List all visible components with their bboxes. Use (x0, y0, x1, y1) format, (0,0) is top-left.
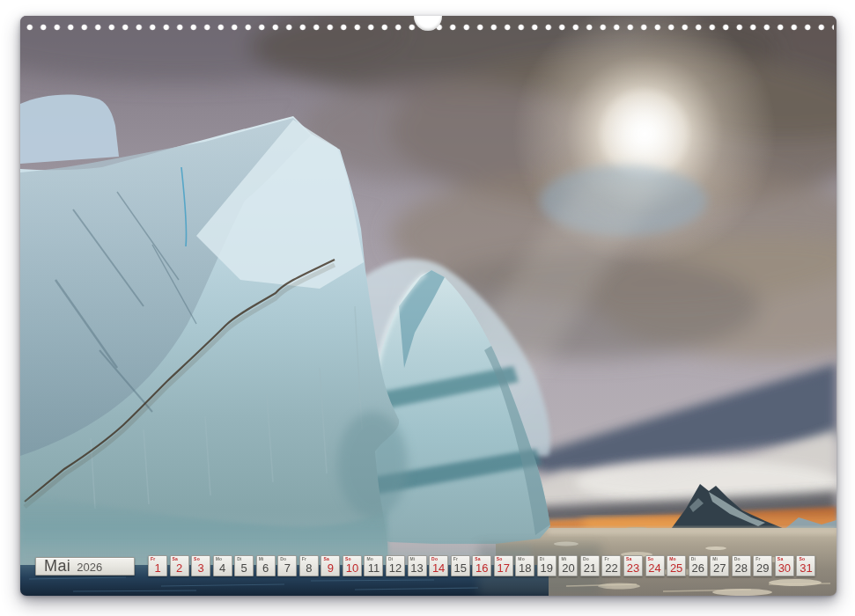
day-number: 28 (733, 562, 750, 575)
year-number: 2026 (77, 561, 102, 574)
day-number: 3 (192, 562, 210, 575)
day-cell: Di 19 (537, 555, 556, 576)
day-cell: Mo 4 (213, 555, 232, 576)
day-number: 20 (559, 562, 577, 575)
month-label-box: Mai 2026 (35, 557, 135, 576)
day-cell: Fr 29 (753, 555, 772, 576)
day-number: 16 (473, 562, 490, 575)
day-cell: Mo 25 (667, 555, 686, 576)
day-cell: Mi 6 (256, 555, 276, 576)
calendar-sheet: Mai 2026 Fr 1 Sa 2 So 3 Mo 4 Di 5 Mi 6 D… (20, 16, 837, 596)
day-cell: So 24 (645, 555, 665, 576)
day-number: 27 (711, 562, 728, 575)
day-cell: Mo 18 (515, 555, 534, 576)
day-cell: So 31 (796, 555, 815, 576)
day-number: 7 (278, 562, 296, 575)
day-cell: Fr 22 (601, 555, 621, 576)
day-cell: Do 21 (580, 555, 600, 576)
day-cell: Sa 23 (623, 555, 643, 576)
day-cell: Do 14 (429, 555, 448, 576)
day-cell: Di 5 (234, 555, 254, 576)
day-cell: Fr 15 (451, 555, 470, 576)
day-cell: So 3 (191, 555, 210, 576)
day-number: 29 (754, 562, 771, 575)
day-number: 11 (365, 562, 382, 575)
day-number: 18 (516, 562, 534, 575)
day-number: 14 (430, 562, 447, 575)
month-name: Mai (44, 558, 70, 575)
day-number: 23 (624, 562, 642, 575)
iceberg-photo (20, 16, 837, 596)
day-cell: Do 28 (732, 555, 751, 576)
day-cell: Sa 2 (170, 555, 189, 576)
day-cell: So 17 (494, 555, 513, 576)
day-cell: Di 26 (689, 555, 708, 576)
day-number: 2 (171, 562, 188, 575)
day-cell: Mi 27 (710, 555, 729, 576)
day-number: 6 (257, 562, 275, 575)
day-number: 24 (646, 562, 664, 575)
day-number: 30 (776, 562, 793, 575)
day-number: 5 (235, 562, 253, 575)
day-cell: Di 12 (386, 555, 405, 576)
day-number: 25 (667, 562, 685, 575)
day-cell: Fr 1 (148, 555, 167, 576)
day-number: 1 (149, 562, 166, 575)
day-number: 10 (343, 562, 361, 575)
day-cell: Mi 20 (558, 555, 578, 576)
day-number: 31 (797, 562, 814, 575)
day-cell: Sa 9 (321, 555, 340, 576)
calendar-strip: Mai 2026 Fr 1 Sa 2 So 3 Mo 4 Di 5 Mi 6 D… (20, 555, 837, 577)
day-cell: So 10 (343, 555, 362, 576)
day-cell: Do 7 (277, 555, 297, 576)
day-number: 21 (581, 562, 599, 575)
day-number: 26 (689, 562, 707, 575)
day-number: 15 (452, 562, 469, 575)
page-background: Mai 2026 Fr 1 Sa 2 So 3 Mo 4 Di 5 Mi 6 D… (0, 0, 855, 616)
day-number: 22 (602, 562, 620, 575)
day-cell: Mo 11 (364, 555, 383, 576)
day-number: 12 (387, 562, 404, 575)
day-number: 13 (409, 562, 426, 575)
day-cell: Sa 16 (472, 555, 491, 576)
day-cell: Sa 30 (775, 555, 794, 576)
day-cells: Fr 1 Sa 2 So 3 Mo 4 Di 5 Mi 6 Do 7 Fr 8 … (148, 555, 815, 576)
day-number: 19 (538, 562, 556, 575)
day-cell: Fr 8 (299, 555, 319, 576)
day-number: 8 (300, 562, 318, 575)
day-number: 4 (214, 562, 232, 575)
day-number: 17 (495, 562, 512, 575)
day-cell: Mi 13 (408, 555, 427, 576)
day-number: 9 (321, 562, 339, 575)
